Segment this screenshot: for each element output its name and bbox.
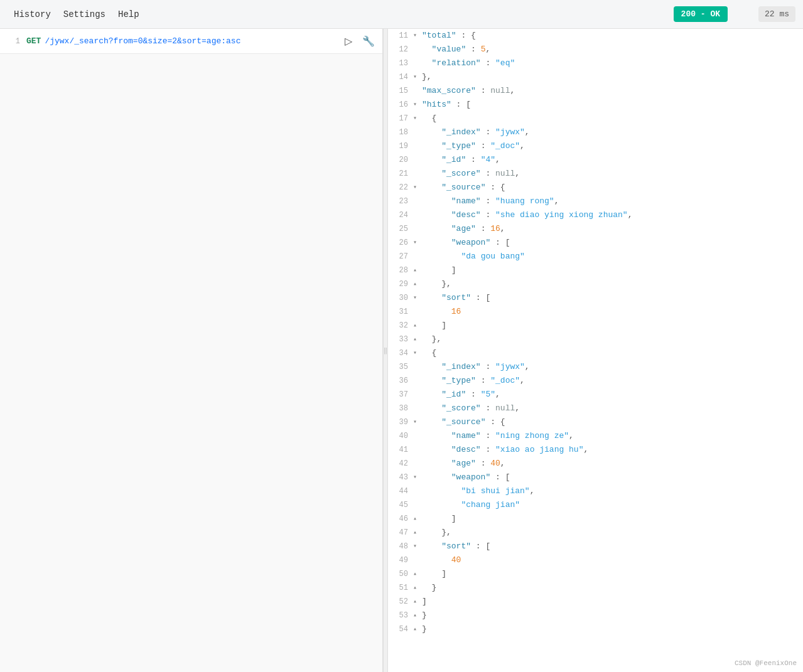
fold-button[interactable]: ▾: [413, 236, 422, 250]
json-row: 11▾"total" : {: [388, 29, 803, 43]
json-content: 40: [422, 553, 800, 567]
json-line-number: 46: [391, 512, 413, 526]
fold-button[interactable]: ▴: [413, 319, 422, 333]
json-content: 16: [422, 305, 800, 319]
json-row: 40 "name" : "ning zhong ze",: [388, 429, 803, 443]
json-row: 20 "_id" : "4",: [388, 153, 803, 167]
fold-button[interactable]: ▾: [413, 181, 422, 195]
json-line-number: 14: [391, 70, 413, 84]
json-row: 54▴}: [388, 622, 803, 636]
fold-button[interactable]: ▾: [413, 112, 422, 125]
json-row: 43▾ "weapon" : [: [388, 471, 803, 484]
panel-divider[interactable]: ‖: [383, 29, 388, 672]
json-line-number: 41: [391, 443, 413, 457]
json-line-number: 22: [391, 181, 413, 195]
json-line-number: 40: [391, 429, 413, 443]
fold-button[interactable]: ▴: [413, 581, 422, 595]
fold-button[interactable]: ▾: [413, 291, 422, 305]
json-line-number: 31: [391, 305, 413, 319]
menu-history[interactable]: History: [8, 7, 57, 22]
json-content: "sort" : [: [422, 540, 800, 553]
json-view: 11▾"total" : {12 "value" : 5,13 "relatio…: [388, 29, 803, 636]
json-line-number: 28: [391, 264, 413, 277]
json-row: 42 "age" : 40,: [388, 457, 803, 471]
fold-button[interactable]: ▴: [413, 622, 422, 636]
json-line-number: 21: [391, 167, 413, 181]
fold-button[interactable]: ▾: [413, 98, 422, 112]
fold-button[interactable]: ▾: [413, 415, 422, 429]
json-content: "weapon" : [: [422, 471, 800, 484]
json-row: 48▾ "sort" : [: [388, 540, 803, 553]
json-line-number: 38: [391, 402, 413, 415]
json-content: "total" : {: [422, 29, 800, 43]
fold-button[interactable]: ▴: [413, 512, 422, 526]
json-row: 38 "_score" : null,: [388, 402, 803, 415]
fold-button[interactable]: ▴: [413, 595, 422, 609]
json-row: 44 "bi shui jian",: [388, 484, 803, 498]
json-row: 45 "chang jian": [388, 498, 803, 512]
json-line-number: 35: [391, 360, 413, 374]
json-content: "age" : 40,: [422, 457, 800, 471]
json-content: "da gou bang": [422, 250, 800, 264]
json-content: "weapon" : [: [422, 236, 800, 250]
json-row: 14▾},: [388, 70, 803, 84]
json-row: 31 16: [388, 305, 803, 319]
fold-button[interactable]: ▴: [413, 609, 422, 622]
json-content: },: [422, 526, 800, 540]
json-row: 25 "age" : 16,: [388, 222, 803, 236]
json-row: 24 "desc" : "she diao ying xiong zhuan",: [388, 208, 803, 222]
json-content: }: [422, 622, 800, 636]
json-row: 16▾"hits" : [: [388, 98, 803, 112]
json-content: ]: [422, 512, 800, 526]
fold-button[interactable]: ▴: [413, 526, 422, 540]
run-button[interactable]: ▷: [342, 34, 355, 48]
fold-button[interactable]: ▾: [413, 70, 422, 84]
json-line-number: 24: [391, 208, 413, 222]
json-line-number: 30: [391, 291, 413, 305]
fold-button[interactable]: ▴: [413, 567, 422, 581]
json-line-number: 45: [391, 498, 413, 512]
json-row: 32▴ ]: [388, 319, 803, 333]
json-row: 27 "da gou bang": [388, 250, 803, 264]
json-row: 18 "_index" : "jywx",: [388, 125, 803, 139]
json-content: "sort" : [: [422, 291, 800, 305]
json-row: 51▴ }: [388, 581, 803, 595]
json-content: "name" : "ning zhong ze",: [422, 429, 800, 443]
left-panel: 1 GET/jywx/_search?from=0&size=2&sort=ag…: [0, 29, 383, 672]
fold-button[interactable]: ▴: [413, 264, 422, 277]
json-content: },: [422, 333, 800, 346]
json-row: 17▾ {: [388, 112, 803, 125]
json-line-number: 12: [391, 43, 413, 56]
json-line-number: 48: [391, 540, 413, 553]
right-panel[interactable]: 11▾"total" : {12 "value" : 5,13 "relatio…: [388, 29, 803, 672]
menu-bar: History Settings Help 200 - OK 22 ms: [0, 0, 803, 29]
json-row: 36 "_type" : "_doc",: [388, 374, 803, 388]
fold-button[interactable]: ▾: [413, 540, 422, 553]
fold-button[interactable]: ▾: [413, 346, 422, 360]
menu-help[interactable]: Help: [112, 7, 146, 22]
json-line-number: 42: [391, 457, 413, 471]
json-row: 30▾ "sort" : [: [388, 291, 803, 305]
json-content: "_source" : {: [422, 415, 800, 429]
query-method: GET: [26, 36, 41, 46]
json-content: "_type" : "_doc",: [422, 374, 800, 388]
time-badge: 22 ms: [758, 6, 795, 22]
query-line-num: 1: [5, 37, 20, 46]
json-row: 49 40: [388, 553, 803, 567]
json-content: ]: [422, 319, 800, 333]
json-content: "relation" : "eq": [422, 56, 800, 70]
json-content: },: [422, 277, 800, 291]
json-row: 39▾ "_source" : {: [388, 415, 803, 429]
json-line-number: 19: [391, 139, 413, 153]
json-content: {: [422, 112, 800, 125]
menu-settings[interactable]: Settings: [57, 7, 112, 22]
status-badge: 200 - OK: [674, 6, 728, 22]
fold-button[interactable]: ▾: [413, 29, 422, 43]
fold-button[interactable]: ▾: [413, 471, 422, 484]
json-content: "hits" : [: [422, 98, 800, 112]
fold-button[interactable]: ▴: [413, 333, 422, 346]
json-content: "max_score" : null,: [422, 84, 800, 98]
wrench-button[interactable]: 🔧: [360, 34, 377, 48]
fold-button[interactable]: ▴: [413, 277, 422, 291]
json-line-number: 54: [391, 622, 413, 636]
